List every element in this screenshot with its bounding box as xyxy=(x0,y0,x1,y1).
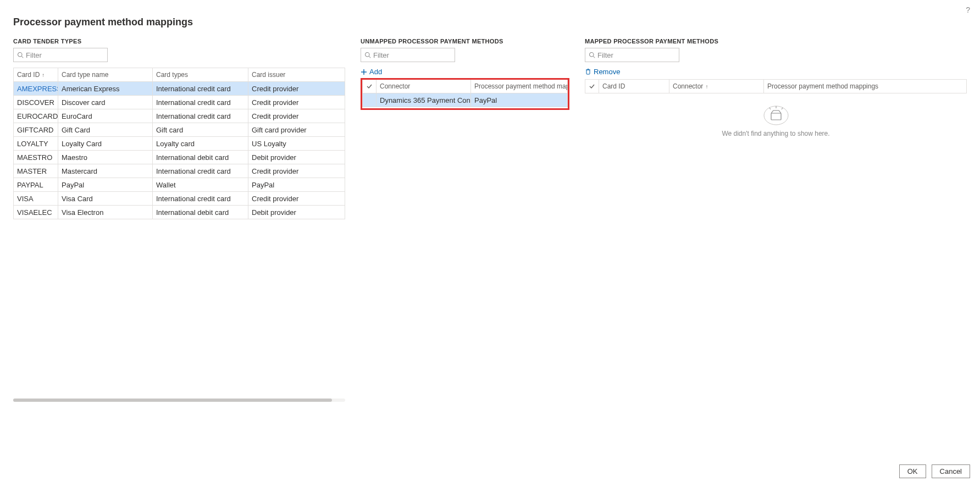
cell-select[interactable] xyxy=(363,93,376,107)
cell-card-issuer: Credit provider xyxy=(248,82,345,95)
cell-card-type-name: Maestro xyxy=(58,151,152,164)
cell-card-types: International debit card xyxy=(152,151,248,164)
cell-card-types: Loyalty card xyxy=(152,137,248,150)
cell-card-id: AMEXPRESS xyxy=(14,82,58,95)
cell-card-id: VISAELEC xyxy=(14,206,58,219)
cell-card-issuer: Debit provider xyxy=(248,206,345,219)
cell-card-issuer: Credit provider xyxy=(248,109,345,123)
svg-line-13 xyxy=(769,108,771,109)
svg-point-2 xyxy=(366,53,370,57)
unmapped-filter-input[interactable] xyxy=(373,51,451,59)
cell-card-type-name: PayPal xyxy=(58,178,152,191)
mapped-filter[interactable] xyxy=(585,48,679,62)
remove-button[interactable]: Remove xyxy=(585,68,967,76)
check-icon xyxy=(366,83,373,90)
cell-card-types: International credit card xyxy=(152,96,248,109)
trash-icon xyxy=(585,68,591,75)
mapped-grid: Card ID Connector↑ Processor payment met… xyxy=(585,79,967,93)
cell-card-id: GIFTCARD xyxy=(14,123,58,136)
cell-card-id: DISCOVER xyxy=(14,96,58,109)
unmapped-panel: UNMAPPED PROCESSOR PAYMENT METHODS Add C… xyxy=(361,38,569,110)
search-icon xyxy=(589,52,595,58)
unmapped-section-label: UNMAPPED PROCESSOR PAYMENT METHODS xyxy=(361,38,569,45)
cell-card-issuer: Credit provider xyxy=(248,96,345,109)
cell-connector: Dynamics 365 Payment Connect... xyxy=(376,93,470,107)
col-card-id[interactable]: Card ID↑ xyxy=(14,68,58,81)
cell-card-types: International credit card xyxy=(152,164,248,178)
card-tender-section-label: CARD TENDER TYPES xyxy=(13,38,345,45)
col-card-id[interactable]: Card ID xyxy=(599,80,669,93)
cell-card-issuer: Credit provider xyxy=(248,192,345,205)
table-row[interactable]: MAESTROMaestroInternational debit cardDe… xyxy=(14,151,345,164)
col-select[interactable] xyxy=(363,80,376,93)
unmapped-filter[interactable] xyxy=(361,48,455,62)
col-select[interactable] xyxy=(585,80,599,93)
unmapped-header-row: Connector Processor payment method mappi… xyxy=(363,80,567,93)
table-row[interactable]: EUROCARDEuroCardInternational credit car… xyxy=(14,109,345,123)
table-row[interactable]: DISCOVERDiscover cardInternational credi… xyxy=(14,96,345,109)
cancel-button[interactable]: Cancel xyxy=(932,464,970,478)
cell-card-issuer: US Loyalty xyxy=(248,137,345,150)
col-mapping[interactable]: Processor payment method mappings xyxy=(763,80,966,93)
cell-card-type-name: Discover card xyxy=(58,96,152,109)
cell-card-id: LOYALTY xyxy=(14,137,58,150)
unmapped-grid: Connector Processor payment method mappi… xyxy=(362,80,568,107)
check-icon xyxy=(589,83,595,90)
svg-line-15 xyxy=(782,108,783,109)
col-card-type-name[interactable]: Card type name xyxy=(58,68,152,81)
cell-card-type-name: Visa Card xyxy=(58,192,152,205)
svg-point-11 xyxy=(764,106,788,125)
empty-box-icon xyxy=(585,103,967,125)
card-tender-filter[interactable] xyxy=(13,48,108,62)
svg-point-0 xyxy=(18,53,23,57)
table-row[interactable]: Dynamics 365 Payment Connect...PayPal xyxy=(363,93,567,107)
col-mapping[interactable]: Processor payment method mappings xyxy=(470,80,567,93)
table-row[interactable]: PAYPALPayPalWalletPayPal xyxy=(14,178,345,192)
cell-card-issuer: Gift card provider xyxy=(248,123,345,136)
search-icon xyxy=(17,52,24,58)
table-row[interactable]: VISAVisa CardInternational credit cardCr… xyxy=(14,192,345,206)
table-row[interactable]: MASTERMastercardInternational credit car… xyxy=(14,164,345,178)
col-connector[interactable]: Connector↑ xyxy=(669,80,763,93)
table-row[interactable]: GIFTCARDGift CardGift cardGift card prov… xyxy=(14,123,345,137)
cell-card-issuer: Credit provider xyxy=(248,164,345,178)
mapped-filter-input[interactable] xyxy=(597,51,676,59)
sort-asc-icon: ↑ xyxy=(705,84,708,90)
cell-card-id: PAYPAL xyxy=(14,178,58,191)
cell-card-id: EUROCARD xyxy=(14,109,58,123)
cell-card-id: VISA xyxy=(14,192,58,205)
svg-line-1 xyxy=(21,56,23,58)
col-card-types[interactable]: Card types xyxy=(152,68,248,81)
plus-icon xyxy=(361,69,367,75)
cell-card-issuer: Debit provider xyxy=(248,151,345,164)
table-row[interactable]: VISAELECVisa ElectronInternational debit… xyxy=(14,206,345,219)
cell-card-types: International credit card xyxy=(152,109,248,123)
remove-label: Remove xyxy=(594,68,620,76)
unmapped-highlight: Connector Processor payment method mappi… xyxy=(361,78,569,110)
add-button[interactable]: Add xyxy=(361,68,569,76)
add-label: Add xyxy=(369,68,382,76)
mapped-panel: MAPPED PROCESSOR PAYMENT METHODS Remove … xyxy=(585,38,967,137)
cell-card-issuer: PayPal xyxy=(248,178,345,191)
ok-button[interactable]: OK xyxy=(899,464,926,478)
col-connector[interactable]: Connector xyxy=(376,80,470,93)
table-row[interactable]: AMEXPRESSAmerican ExpressInternational c… xyxy=(14,82,345,96)
cell-card-types: International credit card xyxy=(152,82,248,95)
cell-card-type-name: American Express xyxy=(58,82,152,95)
search-icon xyxy=(364,52,371,58)
card-tender-filter-input[interactable] xyxy=(26,51,104,59)
card-tender-grid: Card ID↑ Card type name Card types Card … xyxy=(13,68,345,219)
card-tender-panel: CARD TENDER TYPES Card ID↑ Card type nam… xyxy=(13,38,345,402)
cell-card-id: MASTER xyxy=(14,164,58,178)
svg-rect-8 xyxy=(586,70,590,74)
cell-card-types: International credit card xyxy=(152,192,248,205)
help-icon[interactable]: ? xyxy=(966,5,970,14)
svg-point-6 xyxy=(590,53,594,57)
col-card-issuer[interactable]: Card issuer xyxy=(248,68,345,81)
card-tender-scrollbar[interactable] xyxy=(13,399,345,402)
svg-line-7 xyxy=(593,56,595,58)
sort-asc-icon: ↑ xyxy=(42,72,45,78)
cell-mapping: PayPal xyxy=(470,93,567,107)
dialog-footer: OK Cancel xyxy=(899,464,970,478)
table-row[interactable]: LOYALTYLoyalty CardLoyalty cardUS Loyalt… xyxy=(14,137,345,151)
